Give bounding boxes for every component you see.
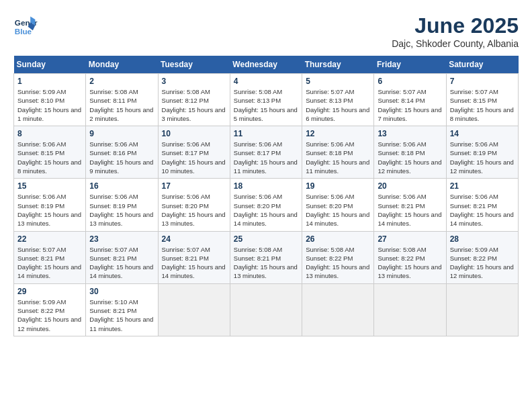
day-number: 23 xyxy=(89,234,154,244)
calendar-cell: 19 Sunrise: 5:06 AMSunset: 8:20 PMDaylig… xyxy=(302,179,374,231)
day-info: Sunrise: 5:07 AMSunset: 8:13 PMDaylight:… xyxy=(306,88,369,122)
day-number: 9 xyxy=(89,129,154,138)
calendar-cell: 20 Sunrise: 5:06 AMSunset: 8:21 PMDaylig… xyxy=(374,179,446,231)
day-info: Sunrise: 5:06 AMSunset: 8:16 PMDaylight:… xyxy=(89,140,153,175)
day-info: Sunrise: 5:08 AMSunset: 8:13 PMDaylight:… xyxy=(234,88,298,122)
calendar-cell: 3 Sunrise: 5:08 AMSunset: 8:12 PMDayligh… xyxy=(158,74,230,126)
day-number: 18 xyxy=(234,181,298,191)
day-number: 13 xyxy=(378,129,442,138)
calendar-cell: 7 Sunrise: 5:07 AMSunset: 8:15 PMDayligh… xyxy=(446,74,518,126)
col-tuesday: Tuesday xyxy=(158,56,230,74)
day-number: 17 xyxy=(162,181,226,191)
day-info: Sunrise: 5:08 AMSunset: 8:11 PMDaylight:… xyxy=(89,88,153,122)
day-info: Sunrise: 5:07 AMSunset: 8:21 PMDaylight:… xyxy=(89,246,153,280)
calendar-cell: 29 Sunrise: 5:09 AMSunset: 8:22 PMDaylig… xyxy=(14,283,86,336)
day-number: 11 xyxy=(234,129,298,138)
day-number: 8 xyxy=(17,129,82,138)
calendar-cell: 16 Sunrise: 5:06 AMSunset: 8:19 PMDaylig… xyxy=(86,179,158,231)
col-thursday: Thursday xyxy=(302,56,374,74)
title-area: June 2025 Dajc, Shkoder County, Albania xyxy=(392,13,519,49)
col-saturday: Saturday xyxy=(446,56,518,74)
calendar-week-2: 8 Sunrise: 5:06 AMSunset: 8:15 PMDayligh… xyxy=(14,126,519,179)
day-info: Sunrise: 5:06 AMSunset: 8:15 PMDaylight:… xyxy=(17,140,81,175)
day-info: Sunrise: 5:07 AMSunset: 8:15 PMDaylight:… xyxy=(450,88,514,122)
day-number: 24 xyxy=(162,234,226,244)
day-number: 27 xyxy=(378,234,442,244)
day-info: Sunrise: 5:09 AMSunset: 8:10 PMDaylight:… xyxy=(17,88,81,122)
day-info: Sunrise: 5:06 AMSunset: 8:20 PMDaylight:… xyxy=(234,193,298,227)
day-info: Sunrise: 5:06 AMSunset: 8:19 PMDaylight:… xyxy=(89,193,153,227)
day-number: 26 xyxy=(306,234,370,244)
calendar-cell: 11 Sunrise: 5:06 AMSunset: 8:17 PMDaylig… xyxy=(230,126,302,179)
day-number: 3 xyxy=(162,77,226,86)
day-number: 5 xyxy=(306,77,370,86)
day-number: 19 xyxy=(306,181,370,191)
col-friday: Friday xyxy=(374,56,446,74)
calendar-cell: 27 Sunrise: 5:08 AMSunset: 8:22 PMDaylig… xyxy=(374,231,446,283)
day-info: Sunrise: 5:06 AMSunset: 8:17 PMDaylight:… xyxy=(234,140,298,175)
calendar-week-5: 29 Sunrise: 5:09 AMSunset: 8:22 PMDaylig… xyxy=(14,283,519,336)
calendar-cell: 9 Sunrise: 5:06 AMSunset: 8:16 PMDayligh… xyxy=(86,126,158,179)
calendar-cell: 21 Sunrise: 5:06 AMSunset: 8:21 PMDaylig… xyxy=(446,179,518,231)
day-info: Sunrise: 5:06 AMSunset: 8:20 PMDaylight:… xyxy=(306,193,369,227)
day-info: Sunrise: 5:06 AMSunset: 8:19 PMDaylight:… xyxy=(17,193,81,227)
calendar-cell: 2 Sunrise: 5:08 AMSunset: 8:11 PMDayligh… xyxy=(86,74,158,126)
day-number: 20 xyxy=(378,181,442,191)
calendar-cell: 26 Sunrise: 5:08 AMSunset: 8:22 PMDaylig… xyxy=(302,231,374,283)
day-number: 14 xyxy=(450,129,515,138)
day-number: 25 xyxy=(234,234,298,244)
day-info: Sunrise: 5:10 AMSunset: 8:21 PMDaylight:… xyxy=(89,298,153,332)
col-sunday: Sunday xyxy=(14,56,86,74)
day-number: 29 xyxy=(17,287,82,296)
month-title: June 2025 xyxy=(392,13,519,38)
svg-text:Blue: Blue xyxy=(15,27,32,36)
col-monday: Monday xyxy=(86,56,158,74)
day-info: Sunrise: 5:08 AMSunset: 8:22 PMDaylight:… xyxy=(378,246,441,280)
calendar-cell: 8 Sunrise: 5:06 AMSunset: 8:15 PMDayligh… xyxy=(14,126,86,179)
day-number: 16 xyxy=(89,181,154,191)
day-number: 12 xyxy=(306,129,370,138)
calendar-cell xyxy=(230,283,302,336)
calendar-cell: 24 Sunrise: 5:07 AMSunset: 8:21 PMDaylig… xyxy=(158,231,230,283)
calendar-cell: 25 Sunrise: 5:08 AMSunset: 8:21 PMDaylig… xyxy=(230,231,302,283)
calendar-week-1: 1 Sunrise: 5:09 AMSunset: 8:10 PMDayligh… xyxy=(14,74,519,126)
calendar-cell: 17 Sunrise: 5:06 AMSunset: 8:20 PMDaylig… xyxy=(158,179,230,231)
header: General Blue June 2025 Dajc, Shkoder Cou… xyxy=(13,13,519,49)
day-number: 7 xyxy=(450,77,515,86)
calendar-table: Sunday Monday Tuesday Wednesday Thursday… xyxy=(13,56,519,336)
calendar-cell: 5 Sunrise: 5:07 AMSunset: 8:13 PMDayligh… xyxy=(302,74,374,126)
calendar-cell: 18 Sunrise: 5:06 AMSunset: 8:20 PMDaylig… xyxy=(230,179,302,231)
day-number: 2 xyxy=(89,77,154,86)
day-info: Sunrise: 5:06 AMSunset: 8:17 PMDaylight:… xyxy=(162,140,226,175)
day-info: Sunrise: 5:07 AMSunset: 8:21 PMDaylight:… xyxy=(162,246,226,280)
day-info: Sunrise: 5:08 AMSunset: 8:22 PMDaylight:… xyxy=(306,246,369,280)
calendar-cell xyxy=(446,283,518,336)
calendar-cell xyxy=(158,283,230,336)
calendar-cell: 28 Sunrise: 5:09 AMSunset: 8:22 PMDaylig… xyxy=(446,231,518,283)
day-info: Sunrise: 5:07 AMSunset: 8:14 PMDaylight:… xyxy=(378,88,441,122)
day-info: Sunrise: 5:06 AMSunset: 8:19 PMDaylight:… xyxy=(450,140,514,175)
day-info: Sunrise: 5:06 AMSunset: 8:18 PMDaylight:… xyxy=(378,140,441,175)
day-number: 6 xyxy=(378,77,442,86)
logo-icon: General Blue xyxy=(13,13,38,38)
day-info: Sunrise: 5:08 AMSunset: 8:21 PMDaylight:… xyxy=(234,246,298,280)
day-info: Sunrise: 5:09 AMSunset: 8:22 PMDaylight:… xyxy=(17,298,81,332)
calendar-cell: 10 Sunrise: 5:06 AMSunset: 8:17 PMDaylig… xyxy=(158,126,230,179)
calendar-week-3: 15 Sunrise: 5:06 AMSunset: 8:19 PMDaylig… xyxy=(14,179,519,231)
day-number: 10 xyxy=(162,129,226,138)
calendar-cell: 14 Sunrise: 5:06 AMSunset: 8:19 PMDaylig… xyxy=(446,126,518,179)
day-number: 1 xyxy=(17,77,82,86)
day-info: Sunrise: 5:08 AMSunset: 8:12 PMDaylight:… xyxy=(162,88,226,122)
header-row: Sunday Monday Tuesday Wednesday Thursday… xyxy=(14,56,519,74)
calendar-week-4: 22 Sunrise: 5:07 AMSunset: 8:21 PMDaylig… xyxy=(14,231,519,283)
day-info: Sunrise: 5:06 AMSunset: 8:21 PMDaylight:… xyxy=(378,193,441,227)
calendar-cell: 6 Sunrise: 5:07 AMSunset: 8:14 PMDayligh… xyxy=(374,74,446,126)
calendar-cell: 12 Sunrise: 5:06 AMSunset: 8:18 PMDaylig… xyxy=(302,126,374,179)
calendar-cell: 13 Sunrise: 5:06 AMSunset: 8:18 PMDaylig… xyxy=(374,126,446,179)
calendar-cell: 1 Sunrise: 5:09 AMSunset: 8:10 PMDayligh… xyxy=(14,74,86,126)
day-number: 15 xyxy=(17,181,82,191)
day-number: 30 xyxy=(89,287,154,296)
day-number: 22 xyxy=(17,234,82,244)
calendar-cell xyxy=(374,283,446,336)
day-info: Sunrise: 5:06 AMSunset: 8:18 PMDaylight:… xyxy=(306,140,369,175)
